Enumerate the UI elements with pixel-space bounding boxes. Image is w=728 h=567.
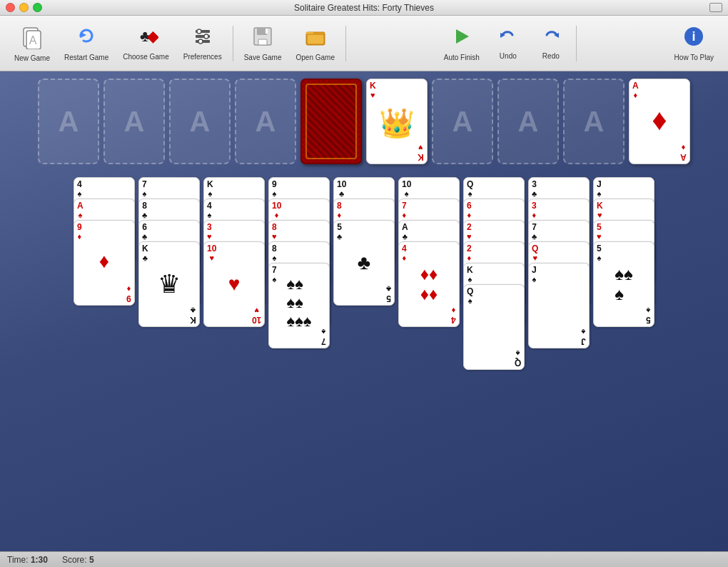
card-5-spades[interactable]: 5♠ 5♠ ♠♠♠ xyxy=(593,241,654,327)
minimize-button[interactable] xyxy=(19,3,29,12)
restart-game-button[interactable]: Restart Game xyxy=(57,22,116,64)
undo-button[interactable]: Undo xyxy=(487,24,530,63)
foundation-slot-2[interactable]: A xyxy=(103,79,165,164)
choose-game-icon: ♣ ◆ xyxy=(134,26,158,51)
save-label: Save Game xyxy=(244,54,282,61)
redo-icon xyxy=(541,26,561,50)
card-q-spades-face[interactable]: Q♠ Q♠ xyxy=(463,284,525,370)
card-5-clubs[interactable]: 5♣ 5♣ ♣ xyxy=(333,220,395,306)
foundation-slot-4[interactable]: A xyxy=(235,79,296,164)
maximize-button[interactable] xyxy=(33,3,42,12)
foundation-king[interactable]: K ♥ K ♥ 👑 xyxy=(366,79,428,164)
score-value: 5 xyxy=(89,555,94,565)
tableau-col-8[interactable]: 3♣ 3♣ 3♦ 3♦ 7♣ 7♣ Q♥ Q♥ ♛ J♠ xyxy=(528,177,590,420)
separator-3 xyxy=(576,26,577,61)
foundation-slot-7[interactable]: A xyxy=(432,79,493,164)
help-icon: i xyxy=(682,25,705,51)
how-to-play-button[interactable]: i How To Play xyxy=(667,22,721,64)
preferences-label: Preferences xyxy=(183,53,222,61)
foundation-slot-8[interactable]: A xyxy=(497,79,559,164)
card-king-clubs[interactable]: K♣ K♣ ♛ xyxy=(138,241,200,327)
preferences-button[interactable]: Preferences xyxy=(176,23,229,64)
card-j-spades[interactable]: J♠ J♠ xyxy=(528,263,590,348)
resize-button[interactable] xyxy=(709,3,722,12)
foundation-slot-9[interactable]: A xyxy=(563,79,625,164)
svg-text:i: i xyxy=(692,29,696,44)
statusbar: Time: 1:30 Score: 5 xyxy=(0,551,728,567)
auto-finish-label: Auto Finish xyxy=(444,54,480,61)
window-controls[interactable] xyxy=(6,3,42,12)
auto-finish-button[interactable]: Auto Finish xyxy=(437,22,487,64)
svg-point-11 xyxy=(198,39,203,44)
choose-game-button[interactable]: ♣ ◆ Choose Game xyxy=(116,23,176,64)
time-display: Time: 1:30 xyxy=(7,555,48,565)
titlebar: Solitaire Greatest Hits: Forty Thieves xyxy=(0,0,728,16)
svg-point-9 xyxy=(197,29,201,34)
time-value: 1:30 xyxy=(31,555,48,565)
open-icon xyxy=(304,25,327,51)
window-title: Solitaire Greatest Hits: Forty Thieves xyxy=(294,3,434,13)
tableau-col-6[interactable]: 10♠ 10♠ 7♦ 7♦ A♣ A♣ 4♦ 4♦ ♦♦♦♦ xyxy=(398,177,460,391)
svg-point-10 xyxy=(204,34,208,39)
new-game-button[interactable]: A New Game xyxy=(7,22,57,65)
tableau-col-2[interactable]: 7♠ 7♠ 8♣ 8♣ 6♣ 6♣ K♣ K♣ ♛ xyxy=(138,177,200,384)
toolbar: A New Game Restart Game ♣ ◆ Choose Game xyxy=(0,16,728,71)
save-game-button[interactable]: Save Game xyxy=(237,22,289,64)
close-button[interactable] xyxy=(6,3,15,12)
open-label: Open Game xyxy=(295,54,334,61)
card-7-spades2[interactable]: 7♠ 7♠ ♠♠♠♠♠♠♠ xyxy=(268,263,330,348)
separator-2 xyxy=(345,26,346,61)
svg-rect-14 xyxy=(258,39,267,45)
redo-label: Redo xyxy=(542,52,560,60)
card-10-hearts[interactable]: 10♥ 10♥ ♥ xyxy=(203,241,265,327)
tableau-col-5[interactable]: 10♣ 10♣ 8♦ 8♦ 5♣ 5♣ ♣ xyxy=(333,177,395,391)
undo-label: Undo xyxy=(500,52,517,60)
foundation-deck[interactable] xyxy=(300,79,362,164)
game-inner: A A A A xyxy=(11,79,717,544)
tableau-col-1[interactable]: 4♠ 4♠ ♠♠♠♠ A♠ A♠ 9♦ 9♦ ♦ xyxy=(74,177,135,363)
svg-rect-15 xyxy=(266,29,268,34)
score-label: Score: xyxy=(62,555,89,565)
foundation-slot-1[interactable]: A xyxy=(38,79,99,164)
deck-card[interactable] xyxy=(300,79,362,164)
game-area: A A A A xyxy=(0,71,728,551)
king-of-hearts[interactable]: K ♥ K ♥ 👑 xyxy=(366,79,428,164)
save-icon xyxy=(251,25,274,51)
restart-label: Restart Game xyxy=(64,54,108,61)
choose-game-label: Choose Game xyxy=(123,53,168,61)
how-to-play-label: How To Play xyxy=(674,54,714,61)
svg-text:◆: ◆ xyxy=(147,27,158,45)
foundation-ace[interactable]: A ♦ A ♦ ♦ xyxy=(629,79,690,164)
restart-icon xyxy=(75,25,98,51)
new-game-icon: A xyxy=(20,25,44,52)
card-4-diamonds[interactable]: 4♦ 4♦ ♦♦♦♦ xyxy=(398,241,460,327)
redo-button[interactable]: Redo xyxy=(530,24,572,63)
card-9-diamonds[interactable]: 9♦ 9♦ ♦ xyxy=(74,220,135,306)
svg-marker-19 xyxy=(456,29,469,44)
svg-marker-3 xyxy=(81,32,86,38)
score-display: Score: 5 xyxy=(62,555,94,565)
svg-text:A: A xyxy=(29,34,37,46)
time-label: Time: xyxy=(7,555,31,565)
new-game-label: New Game xyxy=(14,54,50,62)
open-game-button[interactable]: Open Game xyxy=(288,22,341,64)
undo-icon xyxy=(498,26,518,50)
foundation-slot-3[interactable]: A xyxy=(169,79,231,164)
tableau-col-3[interactable]: K♠ K♠ 4♠ 4♠ 3♥ 3♥ 10♥ 10♥ ♥ xyxy=(203,177,265,384)
tableau-col-9[interactable]: J♠ J♠ K♥ K♥ ♛ 5♥ 5♥ 5♠ 5♠ ♠♠♠ xyxy=(593,177,654,413)
foundation-area: A A A A xyxy=(11,79,717,171)
auto-finish-icon xyxy=(450,25,473,51)
separator-1 xyxy=(233,26,233,61)
tableau-area: 4♠ 4♠ ♠♠♠♠ A♠ A♠ 9♦ 9♦ ♦ 7♠ 7♠ xyxy=(11,177,717,544)
tableau-col-4[interactable]: 9♠ 9♠ 10♦ 10♦ 8♥ 8♥ 8♠ 8♠ 7♠ 7♠ xyxy=(268,177,330,406)
svg-rect-13 xyxy=(257,28,267,35)
ace-of-diamonds[interactable]: A ♦ A ♦ ♦ xyxy=(629,79,690,164)
svg-rect-18 xyxy=(307,34,324,44)
preferences-icon xyxy=(192,26,213,51)
tableau-col-7[interactable]: Q♠ Q♠ 6♦ 6♦ 2♥ 2♥ 2♦ 2♦ K♠ K♠ xyxy=(463,177,525,441)
